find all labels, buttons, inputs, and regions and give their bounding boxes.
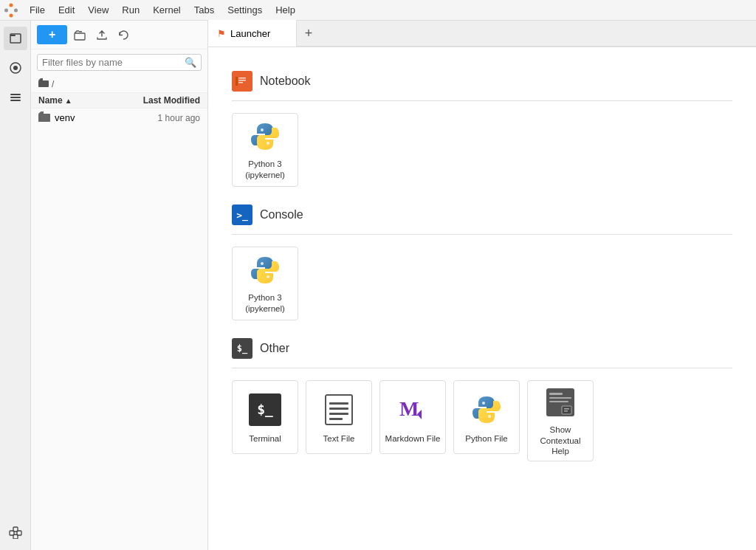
- console-section-title: Console: [260, 208, 303, 221]
- svg-point-25: [267, 142, 269, 145]
- svg-rect-22: [238, 82, 243, 83]
- other-cards: $_ Terminal Text F: [232, 380, 732, 461]
- column-name[interactable]: Name ▲: [38, 95, 126, 106]
- terminal-card-icon: $_: [247, 392, 283, 427]
- pythonfile-label: Python File: [465, 433, 508, 444]
- card-contextual-help[interactable]: Show Contextual Help: [527, 380, 594, 461]
- terminal-label: Terminal: [249, 433, 281, 444]
- notebook-section-icon: [232, 71, 252, 92]
- refresh-icon: [118, 30, 129, 41]
- menubar: File Edit View Run Kernel Tabs Settings …: [0, 0, 756, 21]
- menu-tabs[interactable]: Tabs: [188, 3, 220, 17]
- refresh-button[interactable]: [114, 27, 133, 43]
- svg-text:M: M: [399, 397, 419, 420]
- sidebar: +: [31, 21, 208, 550]
- file-name-venv: venv: [55, 112, 126, 123]
- notebook-section-title: Notebook: [260, 75, 311, 88]
- textfile-card-icon: [321, 392, 357, 427]
- tab-launcher[interactable]: ⚑ Launcher: [208, 20, 297, 47]
- svg-rect-30: [329, 408, 348, 410]
- other-section-icon: $_: [232, 338, 252, 359]
- breadcrumb-path: /: [52, 79, 54, 89]
- svg-rect-18: [38, 114, 50, 122]
- card-textfile[interactable]: Text File: [306, 380, 372, 454]
- menu-view[interactable]: View: [82, 3, 114, 17]
- svg-rect-17: [38, 80, 49, 87]
- sidebar-toolbar: +: [31, 21, 207, 49]
- svg-point-7: [13, 66, 18, 70]
- python3-notebook-label: Python 3(ipykernel): [245, 159, 285, 181]
- card-python3-notebook[interactable]: Python 3(ipykernel): [232, 113, 298, 187]
- sort-asc-icon: ▲: [65, 97, 72, 105]
- notebook-section-header: Notebook: [232, 71, 732, 92]
- upload-files-button[interactable]: [92, 27, 111, 43]
- svg-rect-38: [549, 397, 571, 399]
- search-icon: 🔍: [185, 57, 196, 68]
- svg-rect-20: [238, 78, 246, 79]
- folder-icon: [38, 111, 50, 124]
- file-list: venv 1 hour ago: [31, 109, 207, 550]
- search-input[interactable]: [42, 57, 182, 68]
- launcher: Notebook: [208, 47, 756, 550]
- menu-run[interactable]: Run: [116, 3, 145, 17]
- python3-console-label: Python 3(ipykernel): [245, 292, 285, 314]
- svg-rect-9: [10, 97, 21, 98]
- upload-button[interactable]: [70, 27, 89, 43]
- svg-rect-10: [10, 100, 21, 101]
- activity-bar: [0, 21, 31, 550]
- extensions-activity-icon[interactable]: [4, 520, 27, 544]
- console-section-icon: >_: [232, 204, 252, 225]
- svg-rect-37: [549, 393, 563, 395]
- breadcrumb-folder-icon: [38, 78, 49, 89]
- files-activity-icon[interactable]: [4, 27, 27, 50]
- card-markdownfile[interactable]: M Markdown File: [379, 380, 446, 454]
- console-section-header: >_ Console: [232, 204, 732, 225]
- new-tab-button[interactable]: +: [297, 20, 320, 47]
- menu-settings[interactable]: Settings: [221, 3, 268, 17]
- svg-rect-19: [237, 75, 247, 87]
- svg-point-0: [10, 3, 13, 7]
- svg-rect-42: [564, 410, 568, 412]
- menu-kernel[interactable]: Kernel: [147, 3, 187, 17]
- commands-activity-icon[interactable]: [4, 86, 27, 109]
- svg-point-1: [10, 13, 13, 17]
- new-button[interactable]: +: [37, 25, 67, 44]
- python-file-icon: [469, 392, 504, 427]
- svg-point-2: [4, 8, 8, 12]
- markdown-card-icon: M: [395, 392, 430, 427]
- other-divider: [232, 368, 732, 368]
- launcher-tab-icon: ⚑: [217, 28, 226, 39]
- svg-rect-16: [79, 31, 82, 32]
- tab-launcher-label: Launcher: [230, 28, 270, 39]
- svg-rect-31: [329, 413, 348, 415]
- menu-file[interactable]: File: [24, 3, 51, 17]
- textfile-label: Text File: [323, 433, 355, 444]
- notebook-cards: Python 3(ipykernel): [232, 113, 732, 187]
- file-item-venv[interactable]: venv 1 hour ago: [31, 109, 207, 127]
- card-python3-console[interactable]: Python 3(ipykernel): [232, 247, 298, 320]
- svg-point-26: [261, 262, 264, 265]
- search-box: 🔍: [37, 54, 202, 71]
- svg-rect-15: [75, 33, 85, 40]
- other-section-header: $_ Other: [232, 338, 732, 359]
- card-terminal[interactable]: $_ Terminal: [232, 380, 298, 454]
- file-list-header: Name ▲ Last Modified: [31, 92, 207, 109]
- other-section-title: Other: [260, 342, 289, 355]
- svg-rect-23: [236, 77, 238, 86]
- running-activity-icon[interactable]: [4, 56, 27, 80]
- menu-help[interactable]: Help: [269, 3, 301, 17]
- breadcrumb: /: [31, 75, 207, 92]
- card-pythonfile[interactable]: Python File: [453, 380, 520, 454]
- svg-point-24: [261, 128, 264, 131]
- contextual-help-label: Show Contextual Help: [532, 424, 588, 458]
- svg-point-27: [267, 275, 269, 278]
- folder-upload-icon: [74, 29, 86, 41]
- main-content: ⚑ Launcher + Notebook: [208, 21, 756, 550]
- svg-rect-4: [10, 35, 16, 36]
- python-console-icon: [247, 254, 283, 286]
- notebook-divider: [232, 100, 732, 101]
- app-body: +: [0, 21, 756, 550]
- menu-edit[interactable]: Edit: [52, 3, 80, 17]
- upload-icon: [96, 29, 108, 41]
- column-modified[interactable]: Last Modified: [126, 95, 200, 106]
